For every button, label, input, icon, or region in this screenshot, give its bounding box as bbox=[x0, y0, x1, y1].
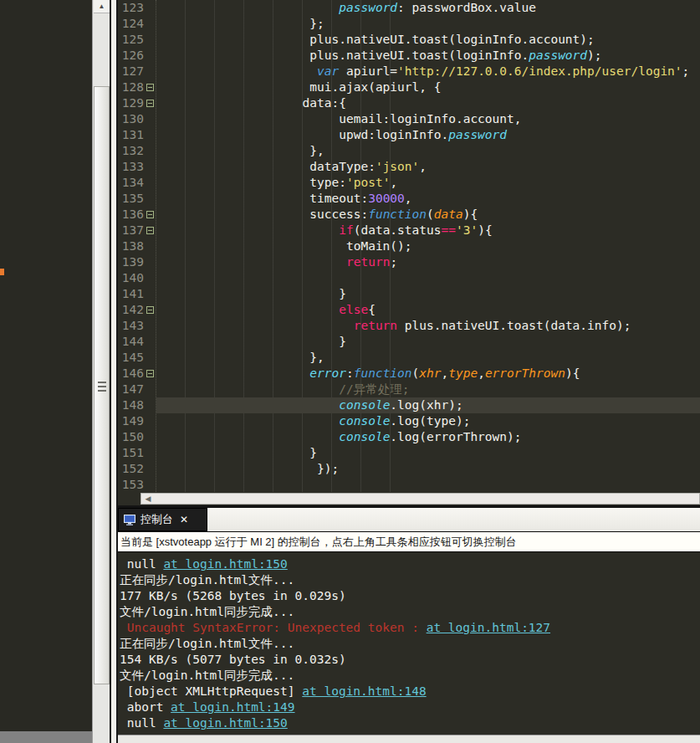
line-number[interactable]: 139 bbox=[118, 254, 156, 270]
code-line[interactable]: } bbox=[156, 445, 700, 461]
line-number[interactable]: 132 bbox=[118, 143, 156, 159]
line-number[interactable]: 149 bbox=[118, 413, 156, 429]
fold-collapse-icon[interactable] bbox=[146, 227, 154, 234]
scrollbar-track[interactable]: ◀ bbox=[141, 493, 700, 505]
line-number[interactable]: 131 bbox=[118, 127, 156, 143]
line-number[interactable]: 128 bbox=[118, 79, 156, 95]
console-source-link[interactable]: at login.html:150 bbox=[163, 716, 287, 730]
line-number[interactable]: 124 bbox=[118, 16, 156, 32]
code-line[interactable]: }); bbox=[156, 461, 700, 477]
line-number[interactable]: 137 bbox=[118, 223, 156, 238]
scrollbar-thumb[interactable] bbox=[94, 86, 110, 684]
line-number[interactable]: 143 bbox=[118, 318, 156, 334]
console-log-line: [object XMLHttpRequest] at login.html:14… bbox=[120, 684, 700, 699]
fold-collapse-icon[interactable] bbox=[146, 370, 154, 377]
line-number[interactable]: 126 bbox=[118, 48, 156, 64]
line-number-label: 149 bbox=[122, 414, 144, 428]
line-number[interactable]: 129 bbox=[118, 95, 156, 111]
tab-console[interactable]: 控制台 ✕ bbox=[118, 508, 207, 531]
fold-collapse-icon[interactable] bbox=[146, 306, 154, 314]
line-number[interactable]: 123 bbox=[118, 0, 156, 16]
line-number[interactable]: 153 bbox=[118, 477, 156, 492]
line-number[interactable]: 125 bbox=[118, 32, 156, 48]
tab-console-label: 控制台 bbox=[141, 512, 173, 527]
line-number[interactable]: 133 bbox=[118, 159, 156, 175]
left-panel-horizontal-scrollbar[interactable] bbox=[0, 731, 92, 743]
line-number[interactable]: 145 bbox=[118, 350, 156, 366]
code-line[interactable] bbox=[156, 477, 700, 492]
line-number[interactable]: 144 bbox=[118, 334, 156, 350]
line-number[interactable]: 151 bbox=[118, 445, 156, 461]
line-number-label: 142 bbox=[122, 303, 144, 316]
code-line[interactable]: password: passwordBox.value bbox=[156, 0, 700, 16]
code-line-current[interactable]: console.log(xhr); bbox=[156, 397, 700, 413]
code-area[interactable]: password: passwordBox.value }; plus.nati… bbox=[156, 0, 700, 492]
code-line[interactable]: toMain(); bbox=[156, 238, 700, 254]
code-line[interactable]: } bbox=[156, 334, 700, 350]
line-number-label: 129 bbox=[122, 96, 144, 110]
code-line[interactable]: success:function(data){ bbox=[156, 207, 700, 223]
console-text: null bbox=[120, 716, 163, 730]
code-line[interactable]: var apiurl='http://127.0.0.6/index.php/u… bbox=[156, 64, 700, 79]
code-line[interactable]: upwd:loginInfo.password bbox=[156, 127, 700, 143]
editor-horizontal-scrollbar[interactable]: ◀ bbox=[118, 492, 700, 505]
line-number-gutter[interactable]: 1231241251261271281291301311321331341351… bbox=[118, 0, 156, 492]
code-line[interactable]: return plus.nativeUI.toast(data.info); bbox=[156, 318, 700, 334]
code-line[interactable]: console.log(errorThrown); bbox=[156, 429, 700, 445]
code-editor[interactable]: 1231241251261271281291301311321331341351… bbox=[118, 0, 700, 492]
panel-splitter-sash[interactable] bbox=[110, 0, 118, 743]
line-number[interactable]: 152 bbox=[118, 461, 156, 477]
code-line[interactable]: }, bbox=[156, 350, 700, 366]
code-line[interactable]: mui.ajax(apiurl, { bbox=[156, 79, 700, 95]
console-source-link[interactable]: at login.html:148 bbox=[302, 684, 426, 698]
console-source-link[interactable]: at login.html:150 bbox=[163, 557, 287, 571]
line-number[interactable]: 130 bbox=[118, 111, 156, 127]
line-number[interactable]: 135 bbox=[118, 191, 156, 207]
tab-close-icon[interactable]: ✕ bbox=[180, 514, 188, 525]
line-number[interactable]: 147 bbox=[118, 382, 156, 397]
left-collapsed-panel[interactable] bbox=[0, 0, 92, 731]
code-line[interactable]: timeout:30000, bbox=[156, 191, 700, 207]
console-log-line: 154 KB/s (5077 bytes in 0.032s) bbox=[120, 652, 700, 668]
code-line[interactable]: }, bbox=[156, 143, 700, 159]
line-number[interactable]: 136 bbox=[118, 207, 156, 223]
sash-grip-icon[interactable] bbox=[98, 382, 106, 392]
line-number[interactable]: 150 bbox=[118, 429, 156, 445]
code-line[interactable]: } bbox=[156, 286, 700, 302]
fold-collapse-icon[interactable] bbox=[146, 100, 154, 107]
line-number-label: 152 bbox=[122, 462, 144, 475]
code-line[interactable]: if(data.status=='3'){ bbox=[156, 223, 700, 238]
left-panel-vertical-scrollbar[interactable]: ▲ bbox=[92, 0, 110, 743]
code-line[interactable] bbox=[156, 270, 700, 286]
code-line[interactable]: plus.nativeUI.toast(loginInfo.password); bbox=[156, 48, 700, 64]
code-line[interactable]: return; bbox=[156, 254, 700, 270]
line-number[interactable]: 138 bbox=[118, 238, 156, 254]
console-bottom-scrollbar[interactable] bbox=[118, 735, 700, 743]
code-line[interactable]: }; bbox=[156, 16, 700, 32]
code-line[interactable]: dataType:'json', bbox=[156, 159, 700, 175]
line-number[interactable]: 148 bbox=[118, 397, 156, 413]
fold-collapse-icon[interactable] bbox=[146, 211, 154, 218]
console-source-link[interactable]: at login.html:149 bbox=[171, 700, 294, 714]
line-number[interactable]: 140 bbox=[118, 270, 156, 286]
code-line[interactable]: plus.nativeUI.toast(loginInfo.account); bbox=[156, 32, 700, 48]
code-line[interactable]: uemail:loginInfo.account, bbox=[156, 111, 700, 127]
line-number[interactable]: 146 bbox=[118, 366, 156, 382]
line-number[interactable]: 134 bbox=[118, 175, 156, 191]
console-text: 177 KB/s (5268 bytes in 0.029s) bbox=[120, 589, 346, 602]
scrollbar-up-arrow-icon[interactable]: ▲ bbox=[94, 0, 110, 13]
code-line[interactable]: type:'post', bbox=[156, 175, 700, 191]
line-number-label: 137 bbox=[122, 223, 144, 237]
code-line[interactable]: else{ bbox=[156, 302, 700, 318]
console-log-line: null at login.html:150 bbox=[120, 715, 700, 731]
code-line[interactable]: data:{ bbox=[156, 95, 700, 111]
scrollbar-left-arrow-icon[interactable]: ◀ bbox=[143, 494, 153, 504]
line-number[interactable]: 127 bbox=[118, 64, 156, 79]
fold-collapse-icon[interactable] bbox=[146, 84, 154, 91]
code-line[interactable]: //异常处理; bbox=[156, 382, 700, 397]
code-line[interactable]: error:function(xhr,type,errorThrown){ bbox=[156, 366, 700, 382]
console-source-link[interactable]: at login.html:127 bbox=[427, 621, 550, 634]
line-number[interactable]: 142 bbox=[118, 302, 156, 318]
line-number[interactable]: 141 bbox=[118, 286, 156, 302]
code-line[interactable]: console.log(type); bbox=[156, 413, 700, 429]
